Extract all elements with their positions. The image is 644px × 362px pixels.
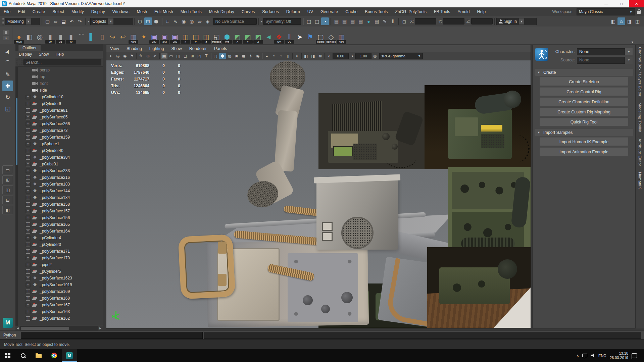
outliner-item-row[interactable]: + _polySurface384 (15, 154, 103, 161)
sidebar-tab[interactable]: Modeling Toolkit (638, 103, 642, 133)
outliner-item-row[interactable]: + _polySurface81 (15, 107, 103, 114)
shelf-xyz[interactable]: ⬢ xyz (222, 30, 232, 44)
outliner-item-row[interactable]: + _polySurface73 (15, 127, 103, 134)
create-action-button[interactable]: Create Custom Rig Mapping (539, 108, 629, 116)
expand-toggle[interactable]: + (26, 276, 30, 280)
menu-item[interactable]: UV (304, 7, 317, 16)
outliner-item-row[interactable]: + _polySurface162 (15, 315, 103, 322)
snap-projected-center-icon[interactable]: ◎ (188, 17, 196, 25)
redo-icon[interactable]: ↷ (76, 17, 84, 25)
outliner-item-row[interactable]: + _polySurface157 (15, 208, 103, 214)
textured-lights-icon[interactable]: ◉ (254, 53, 261, 59)
outliner-item-row[interactable]: + _pSphere1 (15, 141, 103, 147)
shelf-subdiv-3x3b[interactable]: ▣ 3x3 (170, 30, 180, 44)
ambient-occlusion-icon[interactable]: ◓ (270, 53, 277, 59)
layout-four-pane[interactable]: ⊞ (2, 175, 13, 184)
chrome-button[interactable] (46, 349, 62, 362)
outliner-item-row[interactable]: + _polySurface183 (15, 181, 103, 188)
menu-item[interactable]: Edit Mesh (151, 7, 177, 16)
outliner-camera-row[interactable]: side (15, 87, 103, 94)
symmetry-selector[interactable]: Symmetry: Off (263, 18, 301, 25)
outliner-item-row[interactable]: + _polySurface159 (15, 134, 103, 141)
checker-material-icon[interactable]: ▦ (240, 53, 247, 59)
expand-toggle[interactable]: + (26, 162, 30, 166)
new-scene-icon[interactable]: ▢ (44, 17, 51, 25)
expand-toggle[interactable]: + (26, 169, 30, 173)
exposure-icon[interactable]: ◐ (326, 53, 333, 59)
outliner-item-row[interactable]: + _polySurface168 (15, 295, 103, 302)
chevron-down-icon[interactable]: ▼ (625, 48, 633, 55)
shelf-subdiv-3x3[interactable]: ▣ 3x3 (159, 30, 170, 44)
select-object-icon[interactable]: ⊡ (144, 17, 152, 25)
shelf-bevel-30[interactable]: ▮ 30 (45, 30, 55, 44)
outliner-tab[interactable]: Outliner (18, 44, 41, 51)
expand-toggle[interactable]: + (26, 135, 30, 140)
outliner-search-input[interactable] (23, 59, 101, 65)
isolate-remove-icon[interactable]: ⊠ (317, 53, 324, 59)
zoom-region-icon[interactable]: ⊕ (145, 53, 151, 59)
menu-item[interactable]: Help (474, 7, 490, 16)
selection-mask-selector[interactable]: Objects ▼ (90, 18, 133, 25)
wireframe-icon[interactable]: ▢ (212, 53, 219, 59)
expand-toggle[interactable]: + (26, 216, 30, 220)
outliner-item-row[interactable]: + _polySurface233 (15, 167, 103, 174)
lasso-tool[interactable]: ⌒ (2, 58, 13, 68)
outliner-item-row[interactable]: + _pCylinder5 (15, 268, 103, 275)
selection-filter-icon[interactable] (17, 60, 22, 65)
camera-attributes-icon[interactable]: ◉ (121, 53, 128, 59)
expand-toggle[interactable]: + (26, 269, 30, 274)
shadows-icon[interactable]: ◒ (263, 53, 270, 59)
outliner-menu-item[interactable]: Help (52, 52, 67, 57)
expand-toggle[interactable]: + (26, 290, 30, 294)
shelf-bevel-40[interactable]: ▮ 40 (66, 30, 76, 44)
shelf-export[interactable]: ↪ (107, 30, 118, 44)
move-tool[interactable]: ✚ (2, 81, 13, 91)
layout-single-pane[interactable]: ▭ (2, 165, 13, 174)
command-language-label[interactable]: Python (0, 333, 21, 338)
viewport-menu-item[interactable]: View (106, 46, 123, 51)
expand-toggle[interactable]: + (26, 149, 30, 153)
snap-view-plane-icon[interactable]: ▱ (196, 17, 204, 25)
outliner-item-row[interactable]: + _polySurface169 (15, 288, 103, 295)
toggle-modeling-toolkit-icon[interactable]: ◧ (609, 17, 617, 25)
depth-of-field-icon[interactable]: ▯ (285, 53, 291, 59)
render-settings-icon[interactable]: ▤ (349, 17, 356, 25)
expand-toggle[interactable]: + (26, 303, 30, 307)
rotate-tool[interactable]: ↻ (2, 92, 13, 103)
y-field[interactable] (443, 18, 464, 24)
create-action-button[interactable]: Create Control Rig (539, 88, 629, 96)
expand-toggle[interactable]: + (26, 256, 30, 260)
outliner-item-row[interactable]: + _polySurface1919 (15, 281, 103, 288)
search-button[interactable] (15, 349, 31, 362)
outliner-menu-item[interactable]: Display (15, 52, 35, 57)
menu-item[interactable]: ZhCG_PolyTools (391, 7, 430, 16)
expand-toggle[interactable]: + (26, 229, 30, 234)
expand-toggle[interactable]: + (26, 263, 30, 267)
menu-item[interactable]: File (0, 7, 14, 16)
maximize-button[interactable]: □ (614, 0, 629, 7)
menu-item[interactable]: Generate (317, 7, 342, 16)
workspace-selector[interactable]: Maya Classic ▼ (577, 8, 635, 15)
smooth-shade-icon[interactable]: ⬢ (219, 53, 226, 59)
menu-item[interactable]: Create (29, 7, 49, 16)
expand-toggle[interactable]: + (26, 283, 30, 287)
shelf-axis-x[interactable]: ◩ X (232, 30, 243, 44)
outliner-item-row[interactable]: + _pCylinder40 (15, 147, 103, 154)
menu-item[interactable]: Deform (283, 7, 304, 16)
outliner-item-row[interactable]: + _pCylinder9 (15, 100, 103, 107)
shelf-graph[interactable]: ▌ (87, 30, 97, 44)
shelf-hard-edges[interactable]: ▦ hard (128, 30, 139, 44)
select-camera-icon[interactable]: ⌖ (107, 53, 114, 59)
expand-toggle[interactable]: + (26, 182, 30, 187)
shelf-delnode[interactable]: ◇ delnode (326, 30, 336, 44)
expand-toggle[interactable]: + (26, 316, 30, 321)
shelf-magnet[interactable]: ⌒ (76, 30, 87, 44)
action-center-icon[interactable] (632, 353, 637, 358)
lock-camera-icon[interactable]: ◎ (114, 53, 121, 59)
expand-toggle[interactable]: + (26, 249, 30, 254)
z-field[interactable] (471, 18, 493, 24)
toggle-humanik-icon[interactable]: ☺ (617, 17, 625, 25)
construction-history-icon[interactable]: ◰ (305, 17, 313, 25)
shelf-cleanup[interactable]: ✦ (139, 30, 149, 44)
shelf-subdiv-2x2[interactable]: ▣ 2x2 (149, 30, 159, 44)
